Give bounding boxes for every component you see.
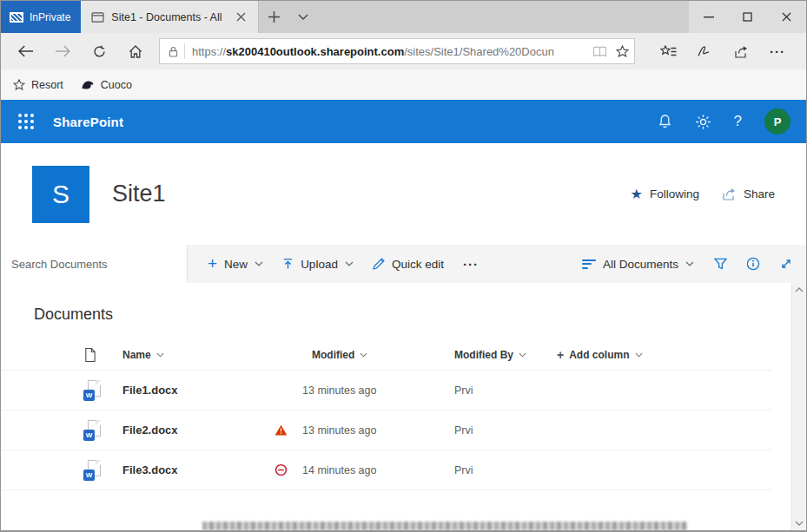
help-icon[interactable]: ? [734, 113, 742, 130]
new-button[interactable]: + New [198, 245, 273, 283]
inprivate-badge: InPrivate [1, 1, 81, 33]
tab-page-icon [91, 12, 104, 23]
modified-value: 14 minutes ago [302, 464, 454, 476]
file-name[interactable]: File3.docx [122, 463, 275, 476]
column-header-name[interactable]: Name [122, 349, 275, 361]
url-scheme: https:// [192, 45, 226, 58]
modified-value: 13 minutes ago [302, 424, 454, 437]
view-list-icon [582, 259, 596, 269]
url-divider [184, 43, 185, 59]
scroll-up-icon[interactable] [795, 287, 804, 292]
following-star-icon: ★ [631, 187, 643, 201]
following-label: Following [650, 187, 699, 200]
modified-value: 13 minutes ago [302, 384, 454, 397]
favorite-label: Resort [31, 79, 63, 91]
back-icon[interactable] [10, 36, 43, 66]
url-text: https://sk200410outlook.sharepoint.com/s… [192, 45, 587, 58]
chevron-down-icon [360, 352, 367, 358]
inprivate-label: InPrivate [30, 11, 70, 23]
table-row[interactable]: W File2.docx 13 minutes ago Prvi [1, 410, 771, 450]
settings-more-icon[interactable]: ··· [760, 36, 795, 66]
lock-icon [169, 46, 178, 57]
info-icon[interactable] [737, 245, 770, 283]
reading-view-icon[interactable] [592, 46, 607, 57]
site-logo-tile[interactable]: S [32, 166, 89, 223]
filter-icon[interactable] [704, 245, 737, 283]
table-header: Name Modified Modified By + Add column [1, 339, 771, 371]
home-icon[interactable] [119, 36, 152, 66]
chevron-down-icon [345, 261, 354, 266]
library-content: Documents Name Modified Modified By + Ad… [1, 283, 806, 530]
upload-button[interactable]: Upload [273, 245, 363, 283]
close-window-button[interactable] [767, 1, 806, 33]
notifications-bell-icon[interactable] [658, 114, 672, 129]
favorites-hub-icon[interactable] [651, 36, 685, 66]
address-bar: https://sk200410outlook.sharepoint.com/s… [1, 33, 806, 69]
maximize-button[interactable] [728, 1, 767, 33]
url-field[interactable]: https://sk200410outlook.sharepoint.com/s… [159, 38, 635, 64]
blocked-status-icon[interactable] [275, 463, 302, 476]
plus-icon: + [208, 255, 217, 272]
share-label: Share [744, 187, 775, 200]
column-header-modified-by[interactable]: Modified By [454, 349, 557, 361]
refresh-icon[interactable] [83, 36, 116, 66]
blurred-status-text [202, 522, 687, 530]
minimize-button[interactable] [689, 1, 728, 33]
plus-icon: + [557, 348, 564, 362]
search-input[interactable] [1, 245, 188, 283]
fullscreen-expand-icon[interactable] [770, 245, 803, 283]
favorite-star-icon[interactable] [616, 45, 629, 57]
more-commands-icon[interactable]: ··· [453, 245, 488, 283]
command-bar: + New Upload Quick edit ··· All Document… [1, 245, 806, 283]
suite-app-name[interactable]: SharePoint [53, 115, 123, 129]
site-title[interactable]: Site1 [112, 181, 166, 207]
quick-edit-button[interactable]: Quick edit [363, 245, 453, 283]
settings-gear-icon[interactable] [695, 114, 711, 130]
following-button[interactable]: ★ Following [631, 187, 699, 201]
view-label: All Documents [603, 258, 678, 271]
file-type-column-icon[interactable] [83, 347, 122, 363]
favorite-item-cuoco[interactable]: Cuoco [81, 79, 132, 91]
word-file-icon: W [83, 380, 122, 401]
share-page-icon[interactable] [724, 36, 758, 66]
url-host: sk200410outlook.sharepoint.com [226, 45, 404, 58]
share-site-icon [722, 187, 737, 200]
column-header-modified[interactable]: Modified [302, 349, 454, 361]
chevron-down-icon [156, 352, 164, 358]
chevron-down-icon [255, 261, 263, 266]
share-site-button[interactable]: Share [722, 187, 775, 200]
tab-list-chevron-icon[interactable] [288, 1, 318, 33]
add-column-button[interactable]: + Add column [557, 348, 771, 362]
new-tab-button[interactable] [259, 1, 288, 33]
url-path: /sites/Site1/Shared%20Docun [404, 45, 554, 58]
modified-by-value[interactable]: Prvi [454, 424, 557, 437]
view-selector[interactable]: All Documents [572, 258, 704, 271]
account-avatar[interactable]: P [764, 108, 790, 135]
titlebar-drag-area [318, 1, 689, 33]
word-file-icon: W [83, 420, 122, 441]
inprivate-icon [10, 12, 23, 23]
modified-by-value[interactable]: Prvi [454, 384, 557, 397]
table-row[interactable]: W File3.docx 14 minutes ago Prvi [1, 450, 771, 490]
warning-status-icon[interactable] [275, 424, 302, 436]
pencil-icon [373, 258, 385, 270]
file-name[interactable]: File1.docx [122, 384, 275, 397]
annotate-pen-icon[interactable] [687, 36, 722, 66]
vertical-scrollbar[interactable] [791, 283, 806, 530]
chevron-down-icon [519, 352, 526, 358]
scroll-down-icon[interactable] [795, 521, 804, 526]
modified-by-value[interactable]: Prvi [454, 464, 557, 476]
tab-close-icon[interactable] [230, 1, 251, 33]
favorites-bar: Resort Cuoco [1, 69, 806, 100]
favorite-item-resort[interactable]: Resort [13, 79, 63, 91]
forward-icon[interactable] [46, 36, 79, 66]
table-row[interactable]: W File1.docx 13 minutes ago Prvi [1, 371, 771, 410]
upload-icon [282, 258, 294, 270]
new-label: New [224, 258, 248, 271]
tab-title: Site1 - Documents - All [111, 11, 223, 23]
app-launcher-waffle-icon[interactable] [18, 114, 34, 129]
upload-label: Upload [301, 258, 338, 271]
browser-tab[interactable]: Site1 - Documents - All [81, 1, 259, 33]
chevron-down-icon [635, 352, 643, 358]
file-name[interactable]: File2.docx [122, 424, 275, 437]
